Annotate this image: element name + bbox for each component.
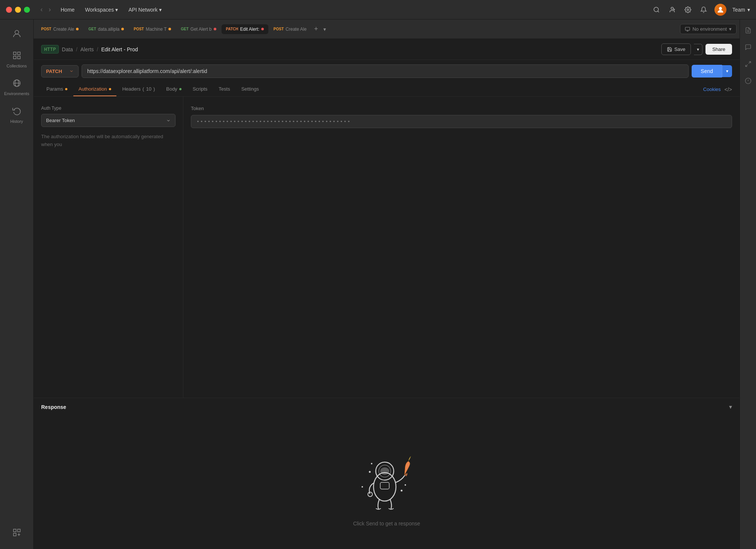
tab-method-get-2: GET [88,27,96,31]
docs-panel-button[interactable] [742,24,755,39]
auth-right-panel: Token [183,97,740,398]
person-add-icon [669,6,676,13]
svg-point-31 [362,486,363,488]
sidebar-item-collections[interactable]: Collections [3,47,31,72]
tab-create-ale-1[interactable]: POST Create Ale [37,24,83,34]
sidebar-item-history[interactable]: History [3,103,31,127]
tabs-overflow-button[interactable]: ▾ [321,24,328,34]
tab-name-3: Machine T [146,27,167,32]
svg-rect-15 [18,529,20,532]
tab-dot-3 [168,28,171,30]
svg-line-35 [749,61,750,63]
auth-type-chevron-icon [166,118,171,123]
cookies-link[interactable]: Cookies [703,87,721,92]
environment-selector[interactable]: No environment ▾ [680,24,737,34]
sidebar-item-profile[interactable] [3,25,31,44]
tab-method-get-4: GET [181,27,189,31]
svg-rect-9 [13,56,16,59]
bell-icon [700,6,707,13]
tab-post-machine[interactable]: POST Machine T [129,24,176,34]
auth-type-select[interactable]: Bearer Token [41,114,176,127]
tab-authorization[interactable]: Authorization [73,82,116,96]
sidebar-item-environments[interactable]: Environments [3,75,31,100]
tab-post-create-ale-6[interactable]: POST Create Ale [269,24,311,34]
sidebar-environments-label: Environments [4,91,29,96]
tab-name-2: data.allipla [98,27,119,32]
save-dropdown-button[interactable]: ▾ [694,44,702,55]
code-snippet-button[interactable]: </> [725,87,732,92]
params-label: Params [46,86,63,92]
add-tab-button[interactable]: + [312,23,320,35]
token-input[interactable] [191,115,732,128]
svg-point-29 [401,490,403,492]
comment-icon [745,44,752,51]
team-button[interactable]: Team ▾ [732,7,750,13]
svg-point-25 [380,467,389,475]
comment-panel-button[interactable] [742,41,755,55]
close-button[interactable] [6,7,12,13]
breadcrumb-sep-2: / [97,46,98,52]
breadcrumb-alerts[interactable]: Alerts [80,46,94,52]
tab-get-data[interactable]: GET data.allipla [84,24,128,34]
send-dropdown-button[interactable]: ▾ [722,65,732,77]
tab-method-patch-5: PATCH [226,27,238,31]
svg-point-6 [15,30,19,34]
avatar-icon [717,6,724,13]
tab-params[interactable]: Params [41,82,73,96]
info-panel-button[interactable] [742,75,755,89]
team-label: Team [732,7,745,13]
save-button[interactable]: Save [661,43,691,55]
request-area: HTTP Data / Alerts / Edit Alert - Prod S… [34,39,740,549]
tab-dot-2 [121,28,124,30]
breadcrumb-data[interactable]: Data [62,46,73,52]
workspaces-menu[interactable]: Workspaces ▾ [81,5,122,14]
tab-settings[interactable]: Settings [236,82,264,96]
tab-dot-1 [76,28,79,30]
tab-get-alert[interactable]: GET Get Alert b [176,24,220,34]
headers-paren-close: ) [153,86,155,92]
invite-button[interactable] [667,5,677,15]
method-select[interactable]: PATCH [41,65,79,78]
environment-label: No environment [692,26,727,32]
tests-label: Tests [219,86,230,92]
svg-point-27 [369,471,371,473]
request-tabs: Params Authorization Headers ( 10 ) Body [34,82,740,97]
sidebar-history-label: History [10,119,23,124]
svg-point-1 [671,7,673,9]
send-main-button[interactable]: Send [692,65,722,78]
notifications-button[interactable] [699,5,708,15]
tab-tests[interactable]: Tests [213,82,235,96]
tab-body[interactable]: Body [161,82,187,96]
tab-patch-edit[interactable]: PATCH Edit Alert: [222,24,268,34]
search-button[interactable] [652,5,661,15]
minimize-button[interactable] [15,7,21,13]
collections-icon [12,51,21,62]
tab-scripts[interactable]: Scripts [188,82,213,96]
empty-state-label: Click Send to get a response [353,521,420,527]
url-bar: PATCH Send ▾ [34,60,740,82]
api-network-menu[interactable]: API Network ▾ [125,5,165,14]
sidebar-item-extensions[interactable] [3,524,31,543]
tab-headers[interactable]: Headers ( 10 ) [117,82,160,96]
search-icon [653,6,660,13]
share-label: Share [712,46,725,52]
headers-count: 10 [146,86,151,92]
expand-panel-button[interactable] [742,58,755,72]
back-button[interactable]: ‹ [39,4,44,15]
auth-type-value: Bearer Token [46,118,75,123]
avatar[interactable] [714,4,726,16]
empty-state: Click Send to get a response [34,416,740,549]
gear-icon [685,6,691,13]
breadcrumb-current: Edit Alert - Prod [101,46,138,52]
url-input[interactable] [82,64,689,78]
token-label: Token [191,106,732,111]
settings-button[interactable] [683,5,693,15]
home-menu[interactable]: Home [57,5,78,14]
sidebar: Collections Environments History [0,19,34,549]
no-env-icon [685,27,690,32]
tab-name-5: Edit Alert: [240,27,259,32]
response-header[interactable]: Response ▾ [34,398,740,416]
share-button[interactable]: Share [705,44,732,55]
forward-button[interactable]: › [47,4,52,15]
maximize-button[interactable] [24,7,30,13]
